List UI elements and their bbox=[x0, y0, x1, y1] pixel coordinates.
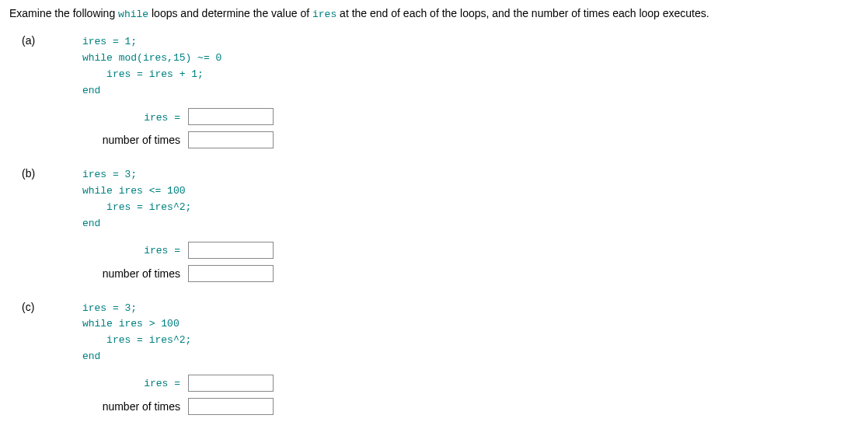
answer-section: ires = number of times bbox=[40, 375, 859, 415]
problem-a: (a) ires = 1; while mod(ires,15) ~= 0 ir… bbox=[9, 34, 859, 148]
code-line: ires = ires^2; bbox=[82, 200, 191, 216]
answer-row-times: number of times bbox=[40, 265, 859, 282]
answer-section: ires = number of times bbox=[40, 108, 859, 148]
answer-label: number of times bbox=[40, 134, 188, 146]
answer-row-times: number of times bbox=[40, 131, 859, 148]
instruction-text: Examine the following while loops and de… bbox=[9, 6, 859, 22]
problem-label: (b) bbox=[9, 167, 79, 180]
problem-c: (c) ires = 3; while ires > 100 ires = ir… bbox=[9, 301, 859, 415]
answer-row-ires: ires = bbox=[40, 108, 859, 125]
code-line: end bbox=[82, 349, 191, 365]
instruction-suffix: at the end of each of the loops, and the… bbox=[336, 7, 709, 19]
code-line: ires = 1; bbox=[82, 34, 221, 51]
code-line: while ires > 100 bbox=[82, 316, 191, 333]
code-line: end bbox=[82, 83, 221, 99]
problem-label: (c) bbox=[9, 301, 79, 313]
code-block: ires = 3; while ires > 100 ires = ires^2… bbox=[82, 301, 191, 365]
instruction-prefix: Examine the following bbox=[9, 7, 118, 19]
instruction-code2: ires bbox=[312, 9, 336, 20]
answer-row-ires: ires = bbox=[40, 242, 859, 259]
code-block: ires = 1; while mod(ires,15) ~= 0 ires =… bbox=[82, 34, 221, 99]
answer-label-text: number of times bbox=[103, 400, 180, 413]
answer-input-ires[interactable] bbox=[188, 375, 274, 392]
answer-label: number of times bbox=[40, 400, 188, 413]
instruction-mid1: loops and determine the value of bbox=[148, 7, 312, 19]
code-line: ires = 3; bbox=[82, 301, 191, 317]
answer-label: number of times bbox=[40, 267, 188, 280]
code-line: while ires <= 100 bbox=[82, 183, 191, 200]
problem-label: (a) bbox=[9, 34, 79, 47]
answer-label-code: ires = bbox=[144, 378, 180, 389]
code-line: ires = ires + 1; bbox=[82, 67, 221, 83]
answer-input-times[interactable] bbox=[188, 398, 274, 415]
code-line: ires = 3; bbox=[82, 167, 191, 183]
code-line: end bbox=[82, 216, 191, 232]
answer-label-code: ires = bbox=[144, 245, 180, 256]
code-block: ires = 3; while ires <= 100 ires = ires^… bbox=[82, 167, 191, 232]
answer-input-ires[interactable] bbox=[188, 108, 274, 125]
answer-row-times: number of times bbox=[40, 398, 859, 415]
answer-label-text: number of times bbox=[103, 134, 180, 146]
answer-input-ires[interactable] bbox=[188, 242, 274, 259]
answer-label-text: number of times bbox=[103, 267, 180, 280]
problem-b: (b) ires = 3; while ires <= 100 ires = i… bbox=[9, 167, 859, 281]
answer-label-code: ires = bbox=[144, 112, 180, 124]
answer-label: ires = bbox=[40, 376, 188, 389]
answer-label: ires = bbox=[40, 243, 188, 256]
answer-label: ires = bbox=[40, 110, 188, 124]
answer-section: ires = number of times bbox=[40, 242, 859, 282]
answer-row-ires: ires = bbox=[40, 375, 859, 392]
instruction-code1: while bbox=[118, 9, 148, 20]
answer-input-times[interactable] bbox=[188, 265, 274, 282]
answer-input-times[interactable] bbox=[188, 131, 274, 148]
code-line: ires = ires^2; bbox=[82, 333, 191, 349]
code-line: while mod(ires,15) ~= 0 bbox=[82, 51, 221, 67]
